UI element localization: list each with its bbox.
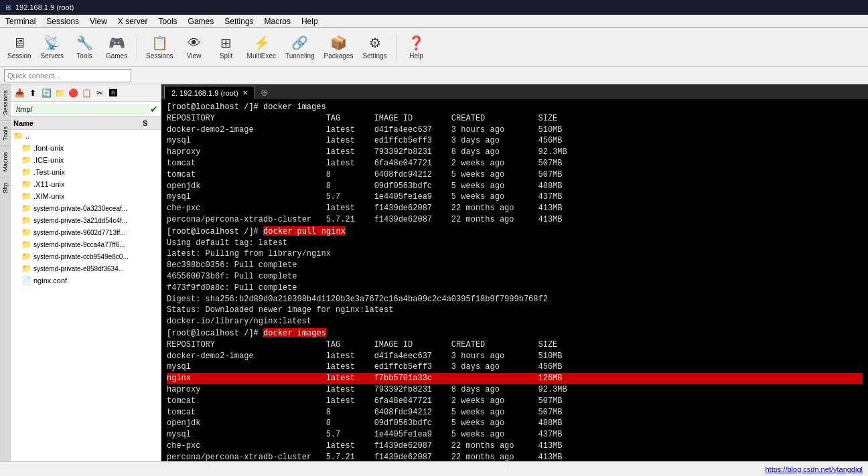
file-item-name: .ICE-unix (33, 156, 64, 164)
servers-button[interactable]: 📡 Servers (38, 31, 67, 64)
sidebar-item-macros[interactable]: Macros (0, 146, 10, 177)
side-panel: Sessions Tools Macros Sftp (0, 84, 11, 461)
view-icon: 👁 (188, 35, 201, 51)
folder-icon: 📁 (21, 143, 31, 153)
file-panel: 📥 ⬆ 🔄 📁 🔴 📋 ✂ 🅰 ✔ Name S 📁 .. 📁 .font-un… (11, 84, 161, 461)
session-button[interactable]: 🖥 Session (4, 31, 35, 64)
view-button[interactable]: 👁 View (179, 31, 209, 64)
menu-view[interactable]: View (84, 15, 113, 28)
tools-button[interactable]: 🔧 Tools (70, 31, 99, 64)
file-toolbar-btn-5[interactable]: 🔴 (67, 87, 79, 99)
term-line: tomcat 8 6408fdc94212 5 weeks ago 507MB (167, 169, 863, 181)
folder-icon: 📁 (21, 216, 31, 225)
file-item-nginx-conf[interactable]: 📄 nginx.conf (19, 274, 161, 287)
file-col-name-header: Name (11, 119, 141, 127)
sidebar-item-tools[interactable]: Tools (0, 121, 10, 146)
path-input[interactable] (13, 104, 150, 114)
menu-help[interactable]: Help (296, 15, 323, 28)
file-item-font-unix[interactable]: 📁 .font-unix (19, 142, 161, 154)
tunneling-button[interactable]: 🔗 Tunneling (282, 31, 318, 64)
sessions-icon: 📋 (151, 35, 168, 51)
term-line: REPOSITORY TAG IMAGE ID CREATED SIZE (167, 113, 863, 125)
menu-tools[interactable]: Tools (153, 15, 183, 28)
packages-button[interactable]: 📦 Packages (321, 31, 357, 64)
file-toolbar-btn-3[interactable]: 🔄 (40, 87, 52, 99)
file-item-name: systemd-private-ccb9549e8c0... (33, 253, 129, 260)
session-label: Session (7, 52, 31, 60)
file-toolbar-btn-8[interactable]: 🅰 (107, 87, 119, 99)
split-button[interactable]: ⊞ Split (212, 31, 241, 64)
view-label: View (187, 52, 202, 60)
file-item-sysd5[interactable]: 📁 systemd-private-ccb9549e8c0... (19, 250, 161, 262)
file-item-xim-unix[interactable]: 📁 .XIM-unix (19, 190, 161, 202)
help-label: Help (409, 52, 423, 60)
settings-label: Settings (362, 52, 386, 60)
path-confirm-icon[interactable]: ✔ (150, 104, 158, 114)
terminal-content[interactable]: [root@localhost /]# docker images REPOSI… (161, 99, 868, 461)
games-icon: 🎮 (108, 35, 125, 51)
toolbar-separator-2 (396, 34, 396, 61)
file-item-name: systemd-private-9602d7713ff... (33, 229, 126, 236)
term-line: mysql 5.7 1e4405fe1ea9 5 weeks ago 437MB (167, 191, 863, 203)
term-line: openjdk 8 09df0563bdfc 5 weeks ago 488MB (167, 418, 863, 429)
packages-icon: 📦 (330, 35, 347, 51)
status-bar: https://blog.csdn.net/ytangdigl (0, 461, 868, 476)
term-line: tomcat latest 6fa48e047721 2 weeks ago 5… (167, 158, 863, 169)
file-tree: 📁 .. 📁 .font-unix 📁 .ICE-unix 📁 .Test-un… (11, 130, 161, 461)
folder-icon: 📁 (21, 264, 31, 273)
file-item-sysd1[interactable]: 📁 systemd-private-0a3230eceaf... (19, 202, 161, 214)
term-line: REPOSITORY TAG IMAGE ID CREATED SIZE (167, 339, 863, 351)
menu-settings[interactable]: Settings (219, 15, 259, 28)
term-line: percona/percona-xtradb-cluster 5.7.21 f1… (167, 452, 863, 461)
file-toolbar-btn-1[interactable]: 📥 (13, 87, 25, 99)
menu-terminal[interactable]: Terminal (0, 15, 41, 28)
file-item-sysd4[interactable]: 📁 systemd-private-9cca4a77ff6... (19, 238, 161, 250)
file-toolbar-btn-2[interactable]: ⬆ (27, 87, 39, 99)
term-line: Using default tag: latest (167, 238, 863, 249)
file-item-sysd6[interactable]: 📁 systemd-private-e858df3634... (19, 262, 161, 274)
menu-macros[interactable]: Macros (259, 15, 296, 28)
file-item-sysd2[interactable]: 📁 systemd-private-3a21dd54c4f... (19, 214, 161, 226)
file-item-sysd3[interactable]: 📁 systemd-private-9602d7713ff... (19, 226, 161, 238)
file-item-parent[interactable]: 📁 .. (11, 130, 161, 142)
multiexec-button[interactable]: ⚡ MultiExec (244, 31, 279, 64)
file-toolbar-btn-7[interactable]: ✂ (94, 87, 106, 99)
terminal-tab-1[interactable]: 2. 192.168.1.9 (root) ✕ (164, 86, 255, 99)
file-toolbar-btn-4[interactable]: 📁 (54, 87, 66, 99)
sidebar-item-sftp[interactable]: Sftp (0, 177, 10, 199)
term-line: che-pxc latest f1439de62087 22 months ag… (167, 441, 863, 452)
term-line: 8ec398bc0356: Pull complete (167, 260, 863, 271)
session-icon: 🖥 (13, 35, 26, 51)
menu-games[interactable]: Games (183, 15, 220, 28)
help-icon: ❓ (408, 35, 425, 51)
games-button[interactable]: 🎮 Games (102, 31, 131, 64)
quick-connect-input[interactable] (4, 69, 131, 82)
file-item-name: systemd-private-0a3230eceaf... (33, 205, 127, 212)
main-layout: Sessions Tools Macros Sftp 📥 ⬆ 🔄 📁 🔴 📋 ✂… (0, 84, 868, 461)
file-toolbar-btn-6[interactable]: 📋 (80, 87, 92, 99)
menu-sessions[interactable]: Sessions (41, 15, 84, 28)
term-line: tomcat latest 6fa48e047721 2 weeks ago 5… (167, 396, 863, 407)
file-item-x11-unix[interactable]: 📁 .X11-unix (19, 178, 161, 190)
terminal-tab-close[interactable]: ✕ (242, 89, 248, 96)
help-button[interactable]: ❓ Help (402, 31, 431, 64)
folder-icon: 📁 (21, 228, 31, 237)
split-icon: ⊞ (220, 35, 232, 51)
sessions-button[interactable]: 📋 Sessions (143, 31, 177, 64)
sidebar-item-sessions[interactable]: Sessions (0, 84, 10, 121)
status-url[interactable]: https://blog.csdn.net/ytangdigl (765, 465, 863, 473)
settings-button[interactable]: ⚙ Settings (359, 31, 390, 64)
multiexec-icon: ⚡ (253, 35, 270, 51)
toolbar-separator (137, 34, 137, 61)
term-line: docker.io/library/nginx:latest (167, 316, 863, 327)
menu-xserver[interactable]: X server (113, 15, 153, 28)
term-line: che-pxc latest f1439de62087 22 months ag… (167, 203, 863, 214)
term-line: Status: Downloaded newer image for nginx… (167, 305, 863, 316)
title-bar: 🖥 192.168.1.9 (root) (0, 0, 868, 15)
file-item-test-unix[interactable]: 📁 .Test-unix (19, 166, 161, 178)
term-line: percona/percona-xtradb-cluster 5.7.21 f1… (167, 214, 863, 226)
file-item-ice-unix[interactable]: 📁 .ICE-unix (19, 154, 161, 166)
menu-bar: Terminal Sessions View X server Tools Ga… (0, 15, 868, 28)
term-line: 465560073b6f: Pull complete (167, 271, 863, 283)
new-tab-button[interactable]: ⊕ (257, 86, 273, 99)
